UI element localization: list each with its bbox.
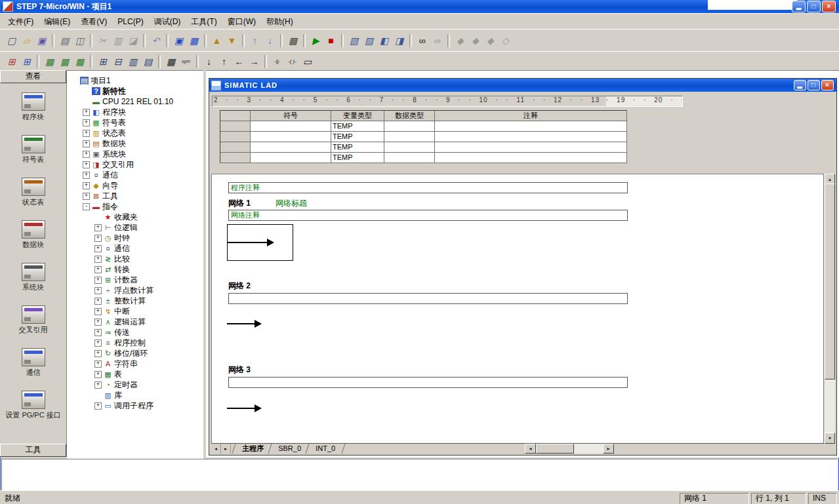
menu-view[interactable]: 查看(V) [75,14,112,29]
nav-footer-tools[interactable]: 工具 [0,444,66,457]
tree-expand-toggle[interactable]: + [94,329,102,336]
tree-item-floating-point-math[interactable]: + ÷ 浮点数计算 [67,285,203,296]
row-selector-cell[interactable] [220,153,251,163]
menu-debug[interactable]: 调试(D) [149,14,186,29]
menu-file[interactable]: 文件(F) [3,14,39,29]
tree-item-tools[interactable]: + ⊠ 工具 [67,191,203,201]
network-3-rung[interactable] [227,392,299,427]
delete-row-icon[interactable]: ▤ [140,54,155,69]
tree-item-compare[interactable]: + ≷ 比较 [67,254,203,264]
previous-bookmark-icon[interactable]: ◆ [483,33,498,48]
tree-item-timers[interactable]: + ◔ 定时器 [67,379,203,390]
network-1-selection-cursor[interactable] [227,224,293,261]
tree-item-logical-operations[interactable]: + ∧ 逻辑运算 [67,317,203,327]
tree-item-clock[interactable]: + ◷ 时钟 [67,233,203,243]
tree-item-instructions[interactable]: - ▬ 指令 [67,201,203,212]
tree-expand-toggle[interactable]: + [83,193,90,200]
comment-cell[interactable] [435,121,627,132]
insert-box-icon[interactable]: ▭ [300,54,315,69]
vertical-scrollbar[interactable]: ▲ ▼ [825,174,835,444]
status-monitor-icon[interactable]: ∞ [415,33,430,48]
tree-expand-toggle[interactable]: + [94,287,102,294]
var-type-cell[interactable]: TEMP [331,153,384,163]
copy-icon[interactable]: ▥ [110,33,125,48]
save-project-icon[interactable]: ▣ [34,33,49,48]
close-button[interactable]: × [822,1,836,12]
tree-expand-toggle[interactable]: + [94,319,102,326]
menu-window[interactable]: 窗口(W) [222,14,261,29]
scroll-down-icon[interactable]: ▼ [825,433,835,444]
nav-cross-reference[interactable]: 交叉引用 [1,305,66,334]
clear-bookmarks-icon[interactable]: ◇ [498,33,513,48]
nav-communications[interactable]: 通信 [1,348,66,376]
tree-expand-toggle[interactable]: + [94,308,102,315]
run-icon[interactable]: ▶ [308,33,323,48]
symbolic-addressing-icon[interactable]: ⊞ [19,54,34,69]
compile-icon[interactable]: ▣ [171,33,186,48]
network-2-comment-box[interactable] [228,293,628,304]
insert-network-icon[interactable]: ⊞ [95,54,110,69]
tree-expand-toggle[interactable]: + [94,256,102,263]
insert-row-icon[interactable]: ▥ [125,54,140,69]
tree-expand-toggle[interactable]: + [83,161,90,168]
tree-item-favorites[interactable]: ★ 收藏夹 [67,212,203,222]
tree-item-bit-logic[interactable]: + ⊢ 位逻辑 [67,222,203,233]
delete-network-icon[interactable]: ⊟ [110,54,125,69]
menu-help[interactable]: 帮助(H) [261,14,298,29]
download-icon[interactable]: ▼ [224,33,239,48]
comment-cell[interactable] [435,142,627,153]
upload-icon[interactable]: ▲ [209,33,224,48]
tab-scroll-left-icon[interactable]: ◄ [211,444,221,454]
symbol-cell[interactable] [251,153,331,163]
tab-scroll-right-icon[interactable]: ► [221,444,231,454]
tree-expand-toggle[interactable]: + [94,235,102,242]
print-icon[interactable]: ▤ [57,33,72,48]
tab-sbr0[interactable]: SBR_0 [268,444,312,454]
new-project-icon[interactable]: ▢ [4,33,19,48]
tree-item-wizards[interactable]: + ◆ 向导 [67,180,203,191]
nav-data-block[interactable]: 数据块 [1,220,66,248]
nav-symbol-table[interactable]: 符号表 [1,135,66,163]
absolute-addressing-icon[interactable]: ⊞ [4,54,19,69]
toggle-symbol-table-icon[interactable]: ▦ [72,54,87,69]
row-selector-cell[interactable] [220,132,251,142]
tree-item-program-block[interactable]: + ◧ 程序块 [67,107,203,117]
tree-item-interrupt[interactable]: + ↯ 中断 [67,306,203,317]
nav-header-view[interactable]: 查看 [0,70,66,83]
insert-coil-icon[interactable]: -( )- [285,54,300,69]
symbol-cell[interactable] [251,121,331,132]
lad-maximize-button[interactable]: □ [808,80,820,90]
tree-expand-toggle[interactable]: + [94,402,102,410]
scroll-right-icon[interactable]: ► [603,444,614,454]
tab-int0[interactable]: INT_0 [305,444,345,454]
tree-expand-toggle[interactable]: + [94,339,102,347]
tree-item-communications[interactable]: + ¤ 通信 [67,170,203,180]
compile-all-icon[interactable]: ▦ [186,33,201,48]
network-3-comment-box[interactable] [228,377,628,388]
network-2-rung[interactable] [227,307,299,343]
insert-contact-icon[interactable]: -||- [270,54,285,69]
tree-item-project-root[interactable]: ▤ 项目1 [67,75,203,86]
scroll-left-icon[interactable]: ◄ [525,444,536,454]
line-down-icon[interactable]: ↓ [201,54,216,69]
lad-close-button[interactable]: × [821,80,834,90]
row-selector-cell[interactable] [220,142,251,153]
nav-status-chart[interactable]: 状态表 [1,178,66,206]
tree-item-table[interactable]: + ▦ 表 [67,369,203,379]
open-project-icon[interactable]: ▱ [19,33,34,48]
tree-expand-toggle[interactable]: + [94,277,102,284]
stop-icon[interactable]: ■ [323,33,338,48]
tree-expand-toggle[interactable]: + [83,151,90,158]
lad-minimize-button[interactable]: ▂ [794,80,806,90]
nav-program-block[interactable]: 程序块 [1,92,66,121]
tree-expand-toggle[interactable]: + [83,119,90,126]
minimize-button[interactable]: ▂ [792,1,806,12]
paste-icon[interactable]: ◪ [125,33,140,48]
tree-expand-toggle[interactable]: + [94,350,102,357]
tree-expand-toggle[interactable]: + [94,298,102,305]
maximize-button[interactable]: □ [807,1,821,12]
tree-expand-toggle[interactable]: + [83,182,90,189]
line-right-icon[interactable]: → [247,54,262,69]
data-type-cell[interactable] [384,142,435,153]
tree-item-program-control[interactable]: + ≡ 程序控制 [67,338,203,348]
